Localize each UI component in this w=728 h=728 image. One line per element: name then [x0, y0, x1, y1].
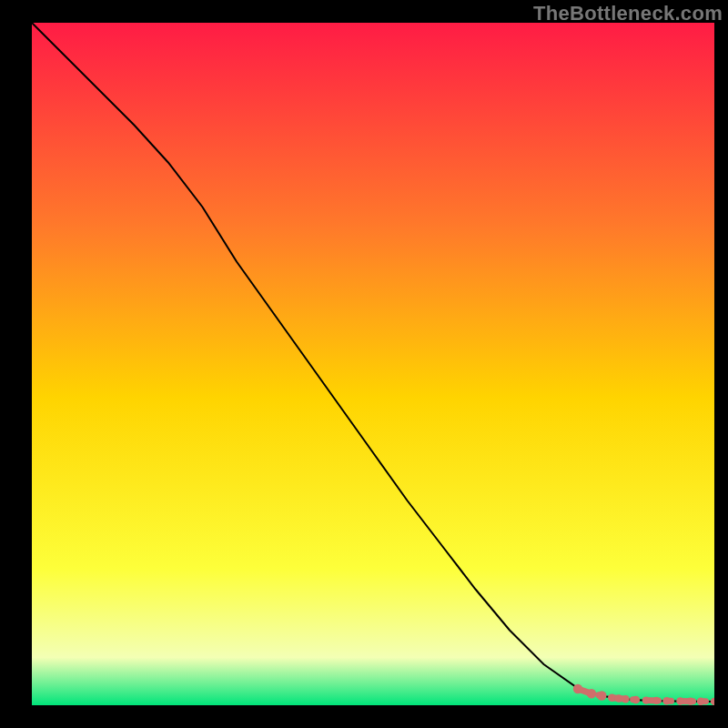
tail-marker: [642, 696, 650, 703]
chart-frame: TheBottleneck.com: [0, 0, 728, 728]
tail-marker: [622, 695, 629, 703]
tail-marker: [632, 696, 640, 703]
tail-marker: [608, 694, 615, 702]
tail-marker: [662, 697, 670, 704]
plot-svg: [32, 23, 714, 705]
tail-marker: [652, 697, 660, 704]
tail-marker: [697, 698, 704, 705]
tail-marker: [676, 697, 683, 704]
plot-area: [32, 23, 714, 705]
tail-marker: [615, 694, 622, 702]
tail-marker: [687, 697, 694, 704]
tail-marker: [573, 684, 582, 693]
tail-marker: [587, 689, 596, 698]
tail-marker: [597, 691, 606, 700]
